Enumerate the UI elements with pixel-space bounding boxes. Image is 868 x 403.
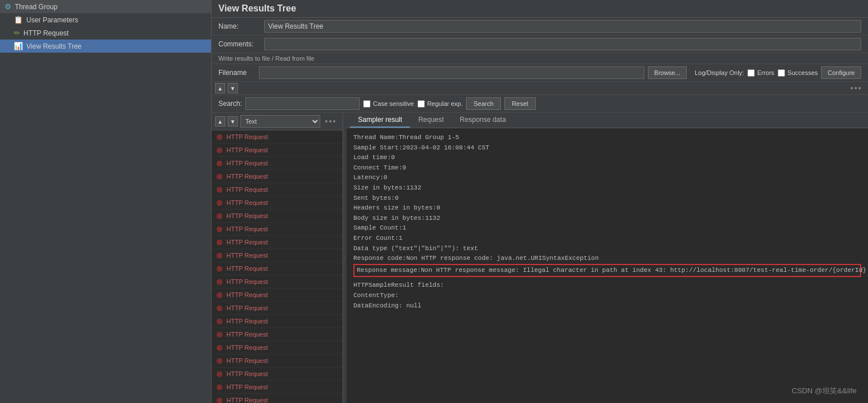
error-icon: ⊗: [216, 251, 223, 260]
sidebar-item-http-request[interactable]: ✏ HTTP Request: [0, 26, 211, 39]
sidebar-item-label: View Results Tree: [26, 42, 82, 50]
request-item-label: HTTP Request: [226, 133, 268, 140]
error-icon: ⊗: [216, 185, 223, 194]
request-panel: ▲ ▼ TextHTMLJSONXMLRegexp TesterCSS/JQue…: [212, 113, 343, 403]
error-icon: ⊗: [216, 317, 223, 326]
result-tab-response-data[interactable]: Response data: [452, 113, 514, 128]
req-arrow-up-btn[interactable]: ▲: [215, 116, 225, 127]
request-item[interactable]: ⊗HTTP Request: [212, 381, 343, 394]
result-line: Load time:0: [353, 153, 861, 163]
request-item[interactable]: ⊗HTTP Request: [212, 275, 343, 289]
sidebar-item-user-parameters[interactable]: 📋 User Parameters: [0, 13, 211, 26]
request-item[interactable]: ⊗HTTP Request: [212, 262, 343, 275]
error-icon: ⊗: [216, 224, 223, 234]
name-input[interactable]: [264, 20, 861, 33]
request-item-label: HTTP Request: [226, 212, 268, 219]
result-line: Latency:0: [353, 173, 861, 183]
req-arrow-down-btn[interactable]: ▼: [228, 116, 238, 127]
regular-exp-checkbox[interactable]: [417, 100, 425, 108]
error-icon: ⊗: [216, 264, 223, 273]
format-dropdown[interactable]: TextHTMLJSONXMLRegexp TesterCSS/JQuery T…: [240, 115, 320, 128]
sidebar-item-view-results-tree[interactable]: 📊 View Results Tree: [0, 39, 211, 53]
main-area: View Results Tree Name: Comments: Write …: [212, 0, 868, 403]
error-icon: ⊗: [216, 238, 223, 247]
result-tab-request[interactable]: Request: [410, 113, 452, 128]
successes-checkbox-group[interactable]: Successes: [778, 69, 818, 77]
request-item-label: HTTP Request: [226, 186, 268, 193]
errors-checkbox[interactable]: [747, 69, 755, 77]
request-item[interactable]: ⊗HTTP Request: [212, 170, 343, 183]
result-tab-sampler-result[interactable]: Sampler result: [350, 113, 410, 128]
result-line: Headers size in bytes:0: [353, 203, 861, 214]
filename-input[interactable]: [259, 66, 644, 79]
case-sensitive-group[interactable]: Case sensitive: [363, 100, 414, 108]
search-input[interactable]: [245, 97, 360, 110]
name-label: Name:: [218, 22, 264, 30]
filename-label: Filename: [218, 69, 256, 77]
request-item[interactable]: ⊗HTTP Request: [212, 210, 343, 223]
error-icon: ⊗: [216, 330, 223, 339]
request-item[interactable]: ⊗HTTP Request: [212, 249, 343, 262]
result-line: Data type ("text"|"bin"|""): text: [353, 244, 861, 254]
successes-checkbox[interactable]: [778, 69, 785, 77]
request-item[interactable]: ⊗HTTP Request: [212, 183, 343, 196]
request-item[interactable]: ⊗HTTP Request: [212, 328, 343, 341]
request-item[interactable]: ⊗HTTP Request: [212, 289, 343, 302]
request-item[interactable]: ⊗HTTP Request: [212, 394, 343, 403]
result-line: Response code:Non HTTP response code: ja…: [353, 254, 861, 264]
request-list: ⊗HTTP Request⊗HTTP Request⊗HTTP Request⊗…: [212, 131, 343, 403]
browse-button[interactable]: Browse...: [648, 66, 687, 79]
request-item-label: HTTP Request: [226, 147, 268, 153]
successes-label: Successes: [787, 69, 818, 76]
sidebar-item-thread-group[interactable]: ⚙ Thread Group: [0, 0, 211, 13]
arrow-up-btn[interactable]: ▲: [215, 83, 225, 93]
search-label: Search:: [218, 100, 242, 108]
request-item[interactable]: ⊗HTTP Request: [212, 236, 343, 249]
request-item[interactable]: ⊗HTTP Request: [212, 315, 343, 328]
request-item-label: HTTP Request: [226, 344, 268, 351]
req-three-dots[interactable]: •••: [322, 117, 339, 126]
result-line: Sample Start:2023-04-02 16:08:44 CST: [353, 143, 861, 153]
request-item[interactable]: ⊗HTTP Request: [212, 302, 343, 315]
comments-input[interactable]: [264, 38, 861, 50]
request-item-label: HTTP Request: [226, 239, 268, 246]
request-item[interactable]: ⊗HTTP Request: [212, 341, 343, 354]
result-line: Sent bytes:0: [353, 193, 861, 204]
request-item[interactable]: ⊗HTTP Request: [212, 131, 343, 144]
regular-exp-group[interactable]: Regular exp.: [417, 100, 463, 108]
request-item-label: HTTP Request: [226, 252, 268, 259]
configure-button[interactable]: Configure: [821, 66, 861, 79]
errors-checkbox-group[interactable]: Errors: [747, 69, 774, 77]
error-icon: ⊗: [216, 211, 223, 220]
result-line: Sample Count:1: [353, 223, 861, 234]
thread-group-icon: ⚙: [5, 2, 11, 11]
result-tabs: Sampler resultRequestResponse data: [347, 113, 868, 128]
request-item[interactable]: ⊗HTTP Request: [212, 354, 343, 368]
three-dots-menu[interactable]: •••: [848, 84, 865, 93]
error-icon: ⊗: [216, 303, 223, 313]
request-item[interactable]: ⊗HTTP Request: [212, 144, 343, 157]
request-item-label: HTTP Request: [226, 384, 268, 390]
error-icon: ⊗: [216, 132, 223, 141]
comments-row: Comments:: [212, 35, 868, 53]
request-item-label: HTTP Request: [226, 278, 268, 285]
request-item[interactable]: ⊗HTTP Request: [212, 223, 343, 236]
case-sensitive-checkbox[interactable]: [363, 100, 371, 108]
error-icon: ⊗: [216, 382, 223, 392]
error-icon: ⊗: [216, 369, 223, 378]
sidebar-item-label: HTTP Request: [23, 29, 69, 37]
search-button[interactable]: Search: [466, 97, 501, 110]
request-item[interactable]: ⊗HTTP Request: [212, 157, 343, 170]
arrow-down-btn[interactable]: ▼: [228, 83, 238, 93]
error-icon: ⊗: [216, 290, 223, 299]
regular-exp-label: Regular exp.: [427, 100, 463, 107]
request-item[interactable]: ⊗HTTP Request: [212, 196, 343, 210]
request-item-label: HTTP Request: [226, 397, 268, 403]
request-item[interactable]: ⊗HTTP Request: [212, 368, 343, 381]
request-panel-toolbar: ▲ ▼ TextHTMLJSONXMLRegexp TesterCSS/JQue…: [212, 113, 343, 131]
filename-row: Filename Browse... Log/Display Only: Err…: [212, 64, 868, 82]
reset-button[interactable]: Reset: [504, 97, 536, 110]
error-icon: ⊗: [216, 172, 223, 181]
request-item-label: HTTP Request: [226, 173, 268, 180]
result-line: HTTPSampleResult fields:: [353, 280, 861, 291]
